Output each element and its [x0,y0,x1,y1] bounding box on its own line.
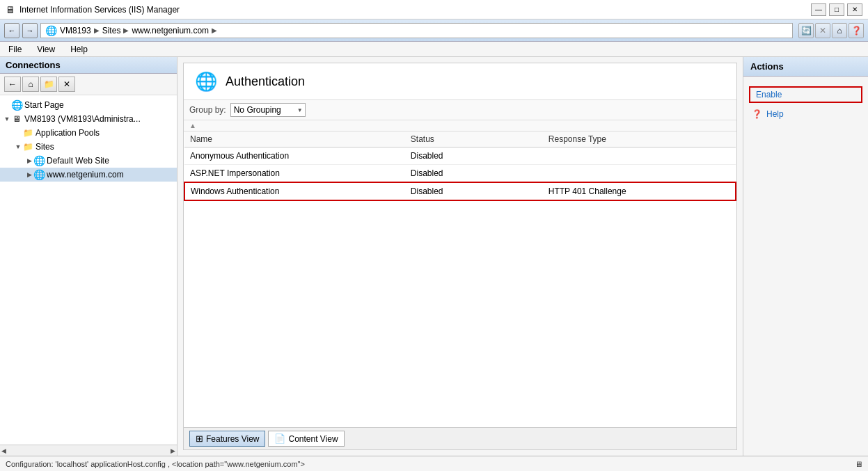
windows-auth-row[interactable]: Windows Authentication Disabled HTTP 401… [184,182,736,200]
forward-button[interactable]: → [22,23,38,38]
toggle-vm8193: ▼ [3,115,11,122]
address-field[interactable]: 🌐 VM8193 ▶ Sites ▶ www.netgenium.com ▶ [40,23,793,38]
col-response-type[interactable]: Response Type [543,131,736,147]
help-link[interactable]: Help [766,109,784,119]
content-view-tab[interactable]: 📄 Content View [268,431,344,447]
maximize-button[interactable]: □ [829,3,844,16]
actions-panel: Actions Enable ❓ Help [743,57,868,456]
panel-globe-icon: 🌐 [195,70,217,93]
sidebar-item-sites[interactable]: ▼ 📁 Sites [0,140,177,154]
sidebar-delete-btn[interactable]: ✕ [58,77,75,92]
sort-indicator: ▲ [184,120,736,131]
address-part-3: www.netgenium.com [132,26,209,35]
sidebar-scroll-bar[interactable]: ◀ ▶ [0,445,177,456]
minimize-button[interactable]: — [811,3,826,16]
app-icon: 🖥 [6,4,15,15]
title-bar-buttons: — □ ✕ [811,3,862,16]
auth-table-body: Anonymous Authentication Disabled ASP.NE… [184,147,736,201]
groupby-label: Group by: [189,105,226,115]
app-title: Internet Information Services (IIS) Mana… [19,5,180,15]
enable-link[interactable]: Enable [756,90,782,99]
sidebar-item-netgenium[interactable]: ▶ 🌐 www.netgenium.com [0,168,177,182]
auth-table: Name Status Response Type Anonymous Auth… [184,131,736,201]
col-status[interactable]: Status [405,131,543,147]
bottom-tabs: ⊞ Features View 📄 Content View [184,427,736,449]
default-web-label: Default Web Site [47,156,109,166]
start-page-icon: 🌐 [11,99,22,111]
content-area: 🌐 Authentication Group by: No Grouping S… [177,57,743,456]
actions-list: Enable ❓ Help [743,77,868,127]
home-nav-button[interactable]: ⌂ [832,23,847,38]
features-view-label: Features View [206,434,259,444]
panel-title: Authentication [226,74,305,89]
sidebar-item-start-page[interactable]: 🌐 Start Page [0,98,177,112]
address-part-2: Sites [102,26,121,35]
sidebar-scroll: 🌐 Start Page ▼ 🖥 VM8193 (VM8193\Administ… [0,95,177,445]
refresh-button[interactable]: 🔄 [798,23,814,38]
menu-help[interactable]: Help [66,43,92,56]
connections-header: Connections [0,57,177,74]
address-bar: ← → 🌐 VM8193 ▶ Sites ▶ www.netgenium.com… [0,19,868,42]
status-icon: 🖥 [855,460,862,468]
back-button[interactable]: ← [4,23,19,38]
features-view-tab[interactable]: ⊞ Features View [189,431,265,447]
actions-header: Actions [743,57,868,77]
content-view-icon: 📄 [274,433,285,444]
stop-button[interactable]: ✕ [815,23,830,38]
sidebar-tree: 🌐 Start Page ▼ 🖥 VM8193 (VM8193\Administ… [0,95,177,445]
sidebar-item-app-pools[interactable]: 📁 Application Pools [0,126,177,140]
sort-arrow-icon: ▲ [189,122,196,129]
close-button[interactable]: ✕ [847,3,862,16]
status-bar: Configuration: 'localhost' applicationHo… [0,456,868,471]
menu-file[interactable]: File [4,43,26,56]
col-name[interactable]: Name [184,131,405,147]
address-part-1: VM8193 [60,26,91,35]
groupby-select-wrap[interactable]: No Grouping Status Response Type [230,103,306,117]
groupby-bar: Group by: No Grouping Status Response Ty… [184,100,736,120]
menu-bar: File View Help [0,42,868,57]
table-row[interactable]: Anonymous Authentication Disabled [184,147,736,165]
help-nav-button[interactable]: ❓ [849,23,864,38]
sidebar: Connections ← ⌂ 📁 ✕ 🌐 Start Page ▼ 🖥 VM8… [0,57,177,456]
menu-view[interactable]: View [33,43,59,56]
address-icons: 🔄 ✕ ⌂ ❓ [798,23,864,38]
table-row[interactable]: ASP.NET Impersonation Disabled [184,165,736,183]
enable-action-box[interactable]: Enable [749,86,862,103]
vm8193-label: VM8193 (VM8193\Administra... [24,114,141,124]
groupby-select[interactable]: No Grouping Status Response Type [230,103,306,117]
row3-status: Disabled [405,182,543,200]
panel-header: 🌐 Authentication [184,63,736,100]
row2-status: Disabled [405,165,543,183]
row1-response [543,147,736,165]
sidebar-item-default-web-site[interactable]: ▶ 🌐 Default Web Site [0,154,177,168]
features-view-icon: ⊞ [196,433,203,444]
start-page-label: Start Page [24,100,64,110]
app-pools-label: Application Pools [35,128,100,138]
netgenium-label: www.netgenium.com [47,170,124,179]
scroll-right-arrow[interactable]: ▶ [171,447,175,454]
scroll-left-arrow[interactable]: ◀ [1,447,6,454]
row3-name: Windows Authentication [184,182,405,200]
row1-name: Anonymous Authentication [184,147,405,165]
content-view-label: Content View [288,434,338,444]
auth-table-container: Name Status Response Type Anonymous Auth… [184,131,736,427]
app-pools-icon: 📁 [22,127,33,138]
address-sep-1: ▶ [94,26,100,34]
sidebar-item-vm8193[interactable]: ▼ 🖥 VM8193 (VM8193\Administra... [0,112,177,126]
sidebar-back-btn[interactable]: ← [4,77,21,92]
row3-response: HTTP 401 Challenge [543,182,736,200]
sidebar-home-btn[interactable]: ⌂ [22,77,39,92]
auth-table-header-row: Name Status Response Type [184,131,736,147]
help-action-item[interactable]: ❓ Help [743,107,868,121]
row2-name: ASP.NET Impersonation [184,165,405,183]
address-sep-2: ▶ [123,26,129,34]
auth-table-head: Name Status Response Type [184,131,736,147]
content-panel: 🌐 Authentication Group by: No Grouping S… [183,63,737,450]
vm8193-icon: 🖥 [11,113,22,125]
sidebar-folder-btn[interactable]: 📁 [40,77,57,92]
toggle-default-web: ▶ [25,157,33,164]
sites-icon: 📁 [22,141,33,152]
netgenium-icon: 🌐 [33,169,45,180]
toggle-netgenium: ▶ [25,171,33,178]
toggle-sites: ▼ [14,143,22,150]
